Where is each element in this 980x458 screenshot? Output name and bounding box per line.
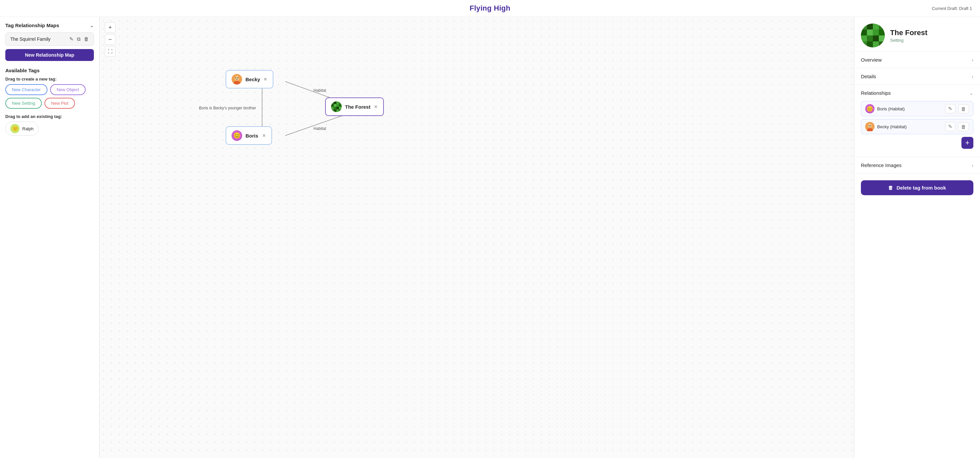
right-panel: The Forest Setting Overview › Details › … [854,17,980,458]
svg-rect-25 [336,109,339,112]
becky-edit-button[interactable]: ✎ [945,122,955,131]
existing-tag-ralph[interactable]: 🙂 Ralph [5,122,38,136]
becky-rel-avatar [865,122,875,131]
delete-icon[interactable]: 🗑 [84,36,89,42]
node-forest[interactable]: The Forest ✕ [325,97,384,116]
boris-edit-button[interactable]: ✎ [945,104,955,113]
rp-title: The Forest [890,29,927,37]
becky-close-icon[interactable]: ✕ [263,76,267,82]
svg-rect-29 [867,24,873,30]
collapse-icon[interactable]: ⌄ [89,22,94,29]
boris-label: Boris [245,133,258,138]
rp-subtitle: Setting [890,38,927,43]
forest-close-icon[interactable]: ✕ [374,104,378,109]
draft-label: Current Draft: Draft 1 [932,6,972,11]
becky-label: Becky [245,76,260,82]
new-relationship-map-button[interactable]: New Relationship Map [5,49,94,61]
rp-forest-avatar [861,24,885,48]
svg-rect-22 [339,107,342,109]
page-title: Flying High [469,4,510,13]
reference-images-label: Reference Images [861,162,902,168]
svg-rect-30 [873,24,879,30]
svg-rect-16 [334,104,336,107]
node-becky[interactable]: Becky ✕ [226,70,274,89]
svg-rect-26 [339,109,342,112]
svg-rect-20 [334,107,336,109]
svg-point-7 [237,78,239,79]
svg-rect-19 [331,107,334,109]
svg-rect-18 [339,104,342,107]
overview-header[interactable]: Overview › [854,52,980,68]
svg-rect-35 [879,30,885,35]
becky-avatar [232,74,242,84]
zoom-out-button[interactable]: − [105,34,115,45]
drag-existing-label: Drag to add an existing tag: [5,114,94,119]
create-tag-buttons: New Character New Object New Setting New… [5,84,94,109]
relationships-section: Relationships ⌄ 😊 Boris (Habitat) ✎ 🗑 [854,85,980,157]
details-section: Details › [854,68,980,85]
edge-label-becky-forest: Habitat [313,88,326,93]
tag-map-item: The Squirrel Family ✎ ⧉ 🗑 [5,32,94,46]
relationships-header[interactable]: Relationships ⌄ [854,85,980,101]
tag-relationship-maps-section: Tag Relationship Maps ⌄ [5,22,94,29]
edit-icon[interactable]: ✎ [69,36,74,42]
rp-title-block: The Forest Setting [890,29,927,43]
boris-close-icon[interactable]: ✕ [262,133,266,138]
drag-create-label: Drag to create a new tag: [5,76,94,81]
canvas-controls: + − ⛶ [105,22,115,57]
details-header[interactable]: Details › [854,68,980,84]
canvas-edges [100,17,854,458]
boris-rel-label: Boris (Habitat) [877,106,942,111]
overview-section: Overview › [854,52,980,68]
svg-point-6 [235,78,237,79]
reference-images-section: Reference Images › [854,157,980,174]
boris-delete-button[interactable]: 🗑 [958,105,969,113]
left-sidebar: Tag Relationship Maps ⌄ The Squirrel Fam… [0,17,100,458]
overview-label: Overview [861,57,882,63]
svg-rect-40 [861,41,867,48]
svg-rect-31 [879,24,885,30]
svg-rect-24 [334,109,336,112]
new-plot-button[interactable]: New Plot [45,98,75,109]
rp-header: The Forest Setting [854,17,980,52]
zoom-in-button[interactable]: + [105,22,115,33]
svg-rect-33 [867,30,873,35]
svg-rect-41 [867,41,873,48]
new-character-button[interactable]: New Character [5,84,48,95]
svg-rect-21 [336,107,339,109]
svg-rect-14 [339,101,342,104]
fit-screen-button[interactable]: ⛶ [105,46,115,57]
relationship-item-becky: Becky (Habitat) ✎ 🗑 [861,119,974,134]
node-boris[interactable]: 😊 Boris ✕ [226,126,272,145]
relationships-content: 😊 Boris (Habitat) ✎ 🗑 [854,101,980,157]
becky-delete-button[interactable]: 🗑 [958,122,969,131]
svg-point-48 [869,125,870,126]
svg-rect-23 [331,109,334,112]
trash-icon: 🗑 [888,185,893,190]
tag-map-name: The Squirrel Family [10,36,51,42]
tag-relationship-maps-title: Tag Relationship Maps [5,22,59,28]
reference-images-header[interactable]: Reference Images › [854,157,980,173]
header: Flying High Current Draft: Draft 1 [0,0,980,17]
svg-rect-42 [873,41,879,48]
relationship-canvas[interactable]: + − ⛶ Habitat Habitat Boris is Becky's y… [100,17,854,458]
reference-images-chevron-icon: › [972,163,974,168]
copy-icon[interactable]: ⧉ [77,36,81,42]
forest-label: The Forest [345,104,371,110]
svg-point-49 [870,125,871,126]
overview-chevron-icon: › [972,57,974,63]
delete-tag-button[interactable]: 🗑 Delete tag from book [861,180,974,195]
add-relationship-button[interactable]: + [961,137,974,149]
edge-label-boris-forest: Habitat [313,126,326,131]
details-chevron-icon: › [972,74,974,79]
svg-rect-15 [331,104,334,107]
svg-line-1 [285,115,345,136]
details-label: Details [861,74,876,79]
svg-rect-39 [879,35,885,41]
boris-avatar: 😊 [232,130,242,141]
available-tags-title: Available Tags [5,68,94,73]
svg-rect-17 [336,104,339,107]
new-object-button[interactable]: New Object [50,84,86,95]
svg-rect-36 [861,35,867,41]
new-setting-button[interactable]: New Setting [5,98,42,109]
